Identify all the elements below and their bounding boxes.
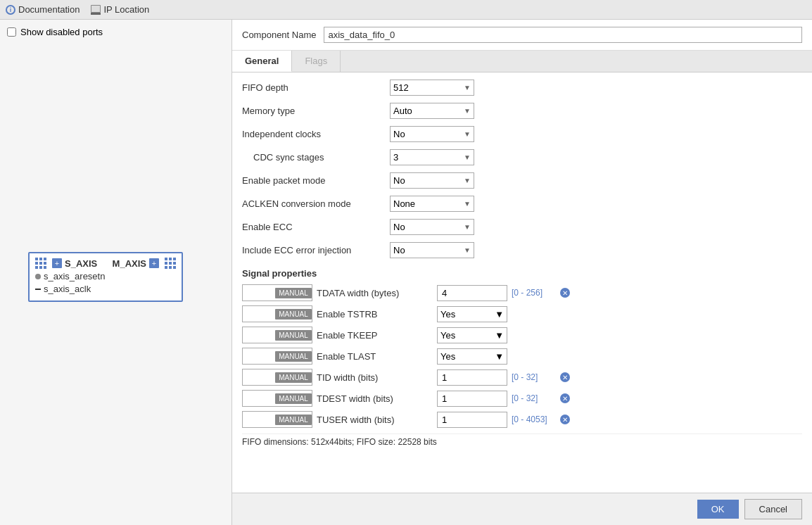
independent-clocks-select[interactable]: No ▼ — [390, 126, 474, 142]
independent-clocks-label: Independent clocks — [242, 129, 383, 139]
port-row-aresetn: s_axis_aresetn — [35, 271, 176, 282]
right-panel: Component Name General Flags FIFO depth … — [232, 20, 812, 525]
signal-row-tdata: MANUAL TDATA width (bytes) ✕ [0 - 256] — [242, 284, 802, 301]
tlast-chevron: ▼ — [495, 351, 504, 362]
top-bar: i Documentation IP Location — [0, 0, 812, 20]
tkeep-manual-container: MANUAL — [242, 327, 312, 343]
tabs-bar: General Flags — [232, 51, 812, 72]
tstrb-chevron: ▼ — [495, 309, 504, 320]
m-axis-grid-icon — [165, 258, 176, 269]
signal-row-tlast: MANUAL Enable TLAST Yes ▼ — [242, 348, 802, 365]
enable-packet-select[interactable]: No ▼ — [390, 172, 474, 189]
main-layout: Show disabled ports + S_AXIS — [0, 20, 812, 525]
tdest-input-container: ✕ — [437, 391, 507, 407]
cdc-sync-label: CDC sync stages — [242, 152, 383, 163]
tkeep-select[interactable]: Yes ▼ — [437, 327, 507, 343]
tlast-manual-spacer — [243, 348, 275, 364]
include-ecc-select[interactable]: No ▼ — [390, 242, 474, 258]
tdata-label: TDATA width (bytes) — [317, 288, 433, 298]
m-axis-label: M_AXIS — [113, 258, 146, 269]
port-dot-aresetn — [35, 274, 41, 279]
bottom-info: FIFO dimensions: 512x44bits; FIFO size: … — [242, 434, 802, 450]
tid-input[interactable] — [442, 372, 560, 383]
signal-row-tuser: MANUAL TUSER width (bits) ✕ [0 - 4053] — [242, 411, 802, 428]
fifo-depth-select[interactable]: 512 ▼ — [390, 80, 474, 96]
tuser-manual-btn[interactable]: MANUAL — [275, 415, 312, 425]
tuser-manual-spacer — [243, 412, 275, 427]
enable-packet-value: No — [393, 175, 405, 186]
tlast-value: Yes — [440, 351, 455, 362]
tlast-select[interactable]: Yes ▼ — [437, 348, 507, 365]
show-disabled-checkbox[interactable] — [7, 27, 16, 37]
component-block: + S_AXIS M_AXIS + — [28, 252, 183, 302]
setting-include-ecc: Include ECC error injection No ▼ — [242, 242, 802, 258]
setting-enable-packet: Enable packet mode No ▼ — [242, 172, 802, 189]
include-ecc-label: Include ECC error injection — [242, 245, 383, 255]
tid-manual-container: MANUAL — [242, 369, 312, 386]
tdest-manual-spacer — [243, 391, 275, 406]
svg-rect-2 — [91, 13, 101, 15]
aclken-select[interactable]: None ▼ — [390, 196, 474, 212]
documentation-link[interactable]: i Documentation — [6, 4, 80, 15]
component-name-bar: Component Name — [232, 20, 812, 51]
tdest-clear-icon[interactable]: ✕ — [560, 393, 570, 403]
memory-type-chevron: ▼ — [464, 107, 471, 115]
tlast-manual-btn[interactable]: MANUAL — [275, 351, 312, 362]
tab-flags-label: Flags — [305, 56, 327, 66]
tid-clear-icon[interactable]: ✕ — [560, 372, 570, 382]
memory-type-select[interactable]: Auto ▼ — [390, 103, 474, 119]
tab-general[interactable]: General — [232, 51, 292, 72]
tkeep-manual-btn[interactable]: MANUAL — [275, 330, 312, 341]
tkeep-manual-spacer — [243, 327, 275, 343]
tuser-clear-icon[interactable]: ✕ — [560, 415, 570, 424]
enable-ecc-chevron: ▼ — [464, 223, 471, 231]
cancel-button[interactable]: Cancel — [744, 499, 802, 519]
tdata-manual-spacer — [243, 285, 275, 301]
tab-flags[interactable]: Flags — [292, 51, 341, 72]
component-name-input[interactable] — [324, 27, 803, 43]
tdest-label: TDEST width (bits) — [317, 393, 433, 404]
tuser-input-container: ✕ — [437, 412, 507, 428]
cdc-sync-select[interactable]: 3 ▼ — [390, 149, 474, 165]
tid-manual-btn[interactable]: MANUAL — [275, 372, 312, 383]
independent-clocks-chevron: ▼ — [464, 130, 471, 138]
setting-aclken: ACLKEN conversion mode None ▼ — [242, 196, 802, 212]
svg-rect-1 — [91, 6, 100, 12]
memory-type-value: Auto — [393, 106, 412, 116]
setting-cdc-sync: CDC sync stages 3 ▼ — [242, 149, 802, 165]
tab-general-label: General — [245, 56, 279, 66]
enable-packet-chevron: ▼ — [464, 177, 471, 184]
tdata-manual-container: MANUAL — [242, 284, 312, 301]
tdata-manual-btn[interactable]: MANUAL — [275, 288, 312, 298]
tdest-manual-btn[interactable]: MANUAL — [275, 393, 312, 404]
enable-packet-label: Enable packet mode — [242, 175, 383, 186]
independent-clocks-value: No — [393, 129, 405, 139]
tstrb-manual-spacer — [243, 306, 275, 322]
tlast-manual-container: MANUAL — [242, 348, 312, 365]
s-axis-plus-icon: + — [52, 258, 62, 268]
ok-button[interactable]: OK — [697, 500, 739, 519]
tstrb-manual-container: MANUAL — [242, 305, 312, 322]
fifo-depth-label: FIFO depth — [242, 82, 383, 93]
tuser-label: TUSER width (bits) — [317, 415, 433, 425]
tkeep-chevron: ▼ — [495, 330, 504, 341]
signal-row-tid: MANUAL TID width (bits) ✕ [0 - 32] — [242, 369, 802, 386]
location-icon — [91, 5, 101, 15]
tdest-range: [0 - 32] — [512, 393, 538, 403]
port-aresetn-label: s_axis_aresetn — [44, 271, 105, 282]
ip-location-link[interactable]: IP Location — [91, 4, 149, 15]
setting-enable-ecc: Enable ECC No ▼ — [242, 219, 802, 235]
tdest-input[interactable] — [442, 393, 560, 404]
include-ecc-chevron: ▼ — [464, 246, 471, 254]
tdata-clear-icon[interactable]: ✕ — [560, 288, 570, 298]
aclken-chevron: ▼ — [464, 200, 471, 208]
tstrb-select[interactable]: Yes ▼ — [437, 306, 507, 322]
footer-bar: OK Cancel — [232, 493, 812, 525]
fifo-depth-value: 512 — [393, 82, 409, 93]
tkeep-value: Yes — [440, 330, 455, 341]
left-panel: Show disabled ports + S_AXIS — [0, 20, 232, 525]
tstrb-manual-btn[interactable]: MANUAL — [275, 309, 312, 320]
enable-ecc-select[interactable]: No ▼ — [390, 219, 474, 235]
s-axis-grid-icon — [35, 258, 46, 269]
tid-input-container: ✕ — [437, 369, 507, 386]
